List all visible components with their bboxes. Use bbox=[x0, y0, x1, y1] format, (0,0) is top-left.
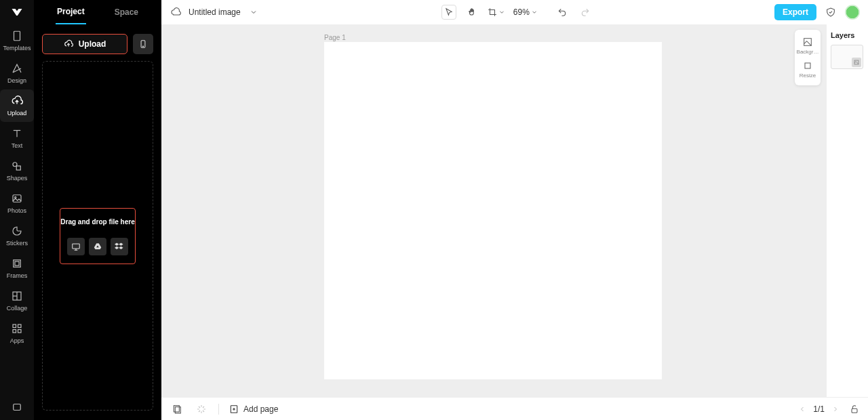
rail-label: Frames bbox=[7, 272, 28, 279]
page-label: Page 1 bbox=[324, 34, 346, 41]
dropbox-icon bbox=[115, 242, 124, 251]
rail-label: Photos bbox=[7, 207, 26, 214]
svg-point-14 bbox=[142, 46, 143, 47]
stickers-icon bbox=[9, 224, 24, 238]
topbar: Untitled image 69% bbox=[161, 0, 868, 24]
svg-rect-8 bbox=[13, 324, 16, 328]
pager-next[interactable] bbox=[831, 405, 840, 413]
shapes-icon bbox=[9, 159, 24, 173]
chevron-down-icon[interactable] bbox=[248, 6, 260, 18]
svg-rect-11 bbox=[18, 330, 22, 333]
workspace: Page 1 Backgr… Resize Layers bbox=[161, 24, 868, 397]
rail-text[interactable]: Text bbox=[0, 122, 34, 154]
user-avatar[interactable] bbox=[845, 5, 860, 20]
pager-prev[interactable] bbox=[798, 405, 806, 413]
unlock-icon bbox=[849, 404, 860, 415]
rail-label: Collage bbox=[7, 305, 28, 312]
rail-label: Design bbox=[7, 77, 26, 84]
bottombar: Add page 1/1 bbox=[161, 397, 868, 420]
select-tool[interactable] bbox=[441, 5, 456, 20]
tab-space[interactable]: Space bbox=[113, 1, 140, 24]
pages-view-button[interactable] bbox=[170, 402, 184, 417]
help-button[interactable] bbox=[823, 5, 838, 20]
main-area: Untitled image 69% bbox=[161, 0, 868, 420]
export-label: Export bbox=[783, 7, 808, 17]
pages-icon bbox=[172, 404, 182, 415]
background-tool[interactable]: Backgr… bbox=[795, 34, 821, 58]
rail-stickers[interactable]: Stickers bbox=[0, 219, 34, 252]
upload-from-computer-button[interactable] bbox=[67, 238, 85, 255]
templates-icon bbox=[9, 28, 24, 43]
chevron-down-icon bbox=[531, 9, 538, 16]
svg-rect-19 bbox=[174, 405, 179, 411]
svg-rect-9 bbox=[18, 324, 22, 328]
layers-title: Layers bbox=[831, 31, 864, 39]
rail-shapes[interactable]: Shapes bbox=[0, 154, 34, 187]
undo-button[interactable] bbox=[555, 5, 570, 20]
apps-icon bbox=[9, 321, 24, 336]
rail-collage[interactable]: Collage bbox=[0, 285, 34, 317]
upload-from-dropbox-button[interactable] bbox=[111, 238, 128, 255]
chevron-down-icon bbox=[498, 9, 505, 16]
rail-label: Templates bbox=[3, 45, 31, 51]
add-page-button[interactable]: Add page bbox=[229, 404, 278, 415]
crop-icon bbox=[488, 7, 497, 17]
rail-photos[interactable]: Photos bbox=[0, 187, 34, 219]
shield-check-icon bbox=[825, 7, 836, 18]
rail-label: Apps bbox=[10, 337, 24, 344]
redo-icon bbox=[580, 7, 590, 17]
svg-rect-15 bbox=[73, 243, 80, 248]
svg-rect-3 bbox=[13, 195, 21, 203]
rail-upload[interactable]: Upload bbox=[0, 89, 34, 122]
tab-project[interactable]: Project bbox=[56, 0, 86, 24]
background-label: Backgr… bbox=[797, 49, 819, 55]
undo-icon bbox=[557, 7, 567, 17]
export-button[interactable]: Export bbox=[774, 4, 816, 20]
text-icon bbox=[9, 126, 24, 141]
lock-button[interactable] bbox=[849, 404, 860, 415]
phone-icon bbox=[138, 39, 148, 49]
rail-templates[interactable]: Templates bbox=[0, 24, 34, 57]
drop-zone[interactable]: Drag and drop file here bbox=[42, 61, 153, 411]
sparkle-icon bbox=[196, 404, 207, 415]
app-logo-icon[interactable] bbox=[0, 0, 34, 24]
photos-icon bbox=[9, 191, 24, 206]
rail-footer-icon[interactable] bbox=[0, 401, 34, 420]
resize-label: Resize bbox=[800, 72, 816, 79]
device-upload-button[interactable] bbox=[133, 34, 153, 54]
pager-value: 1/1 bbox=[813, 404, 825, 414]
svg-rect-22 bbox=[852, 408, 857, 413]
zoom-menu[interactable]: 69% bbox=[513, 7, 538, 17]
rail-frames[interactable]: Frames bbox=[0, 252, 34, 285]
cursor-icon bbox=[444, 7, 454, 17]
artboard-page-1[interactable] bbox=[324, 42, 662, 379]
svg-rect-12 bbox=[14, 404, 21, 411]
collage-icon bbox=[9, 289, 24, 303]
rail-apps[interactable]: Apps bbox=[0, 317, 34, 350]
redo-button[interactable] bbox=[578, 5, 593, 20]
rail-label: Stickers bbox=[6, 240, 28, 247]
layer-thumbnail-badge-icon bbox=[852, 58, 861, 67]
svg-rect-5 bbox=[14, 260, 21, 268]
resize-tool[interactable]: Resize bbox=[795, 58, 821, 81]
document-title[interactable]: Untitled image bbox=[189, 7, 241, 17]
layers-panel: Layers bbox=[826, 24, 868, 397]
canvas-area[interactable]: Page 1 Backgr… Resize bbox=[161, 24, 826, 397]
svg-rect-17 bbox=[805, 63, 810, 68]
rail-design[interactable]: Design bbox=[0, 57, 34, 89]
cloud-sync-icon[interactable] bbox=[170, 6, 182, 18]
icon-rail: Templates Design Upload Text Shapes Phot… bbox=[0, 0, 34, 420]
google-drive-icon bbox=[93, 242, 102, 251]
upload-button[interactable]: Upload bbox=[42, 34, 127, 54]
svg-rect-0 bbox=[14, 31, 20, 41]
upload-from-drive-button[interactable] bbox=[89, 238, 106, 255]
crop-menu[interactable] bbox=[488, 7, 505, 17]
notes-button[interactable] bbox=[194, 402, 209, 417]
resize-icon bbox=[802, 60, 813, 71]
rail-label: Upload bbox=[7, 110, 27, 117]
drop-card: Drag and drop file here bbox=[60, 208, 136, 264]
hand-icon bbox=[467, 7, 477, 17]
add-page-icon bbox=[229, 404, 239, 415]
hand-tool[interactable] bbox=[465, 5, 479, 20]
layer-thumbnail[interactable] bbox=[831, 45, 863, 69]
